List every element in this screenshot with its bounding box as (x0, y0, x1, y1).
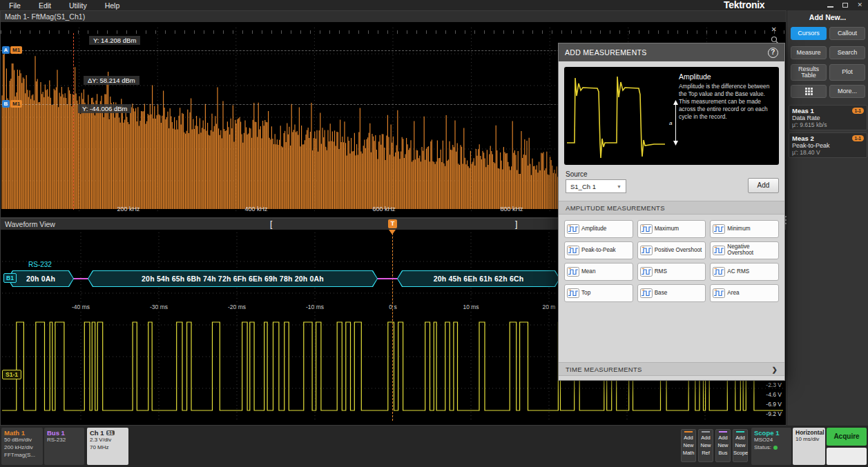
waveform-panel-title: Waveform View (5, 220, 55, 228)
measure-label: Mean (581, 269, 595, 275)
cursor-delta-y-readout: ΔY: 58.214 dBm (84, 76, 139, 85)
close-icon[interactable]: ✕ (857, 1, 862, 8)
cursor-b-letter: B (2, 100, 10, 108)
acquire-button[interactable]: Acquire (827, 428, 867, 446)
cursor-b-badge[interactable]: B M1 (2, 100, 22, 108)
scope1-model: MSO24 (754, 437, 789, 444)
source-dropdown[interactable]: S1_Ch 1 ▼ (566, 179, 626, 193)
zoom-bracket-right[interactable]: ] (515, 219, 517, 230)
cursor-a-badge[interactable]: A M1 (2, 46, 22, 54)
time-measurements-expander[interactable]: TIME MEASUREMENTS ❯ (559, 362, 784, 376)
measure-maximum-button[interactable]: Maximum (637, 220, 706, 238)
tektronix-logo: Tektronix (724, 0, 764, 10)
measure-label: Area (727, 290, 739, 297)
ch1-title: Ch 1S1 (90, 429, 126, 437)
meas2-name: Peak-to-Peak (792, 142, 864, 149)
zoom-bracket-left[interactable]: [ (270, 219, 272, 230)
measurement-icon (640, 246, 653, 255)
add-new-scope-button[interactable]: AddNewScope (733, 429, 748, 462)
preview-text-block: Amplitude Amplitude is the difference be… (668, 67, 779, 165)
measure-amplitude-button[interactable]: Amplitude (564, 220, 633, 238)
bus-idle-connector (376, 278, 398, 279)
sidebar-more-button[interactable]: More... (829, 85, 865, 98)
voltage-label: -2.3 V (750, 381, 782, 388)
cursor-y1-readout: Y: 14.208 dBm (89, 36, 140, 45)
freq-tick-400khz: 400 kHz (235, 206, 277, 212)
measure-peak-to-peak-button[interactable]: Peak-to-Peak (564, 241, 633, 259)
sidebar-cursors-button[interactable]: Cursors (791, 27, 827, 40)
bus1-handle-badge[interactable]: B1 (3, 273, 17, 283)
math1-scale: 50 dBm/div (4, 437, 40, 444)
add-new-ref-button[interactable]: AddNewRef (698, 429, 713, 462)
measurement-preview: Amplitude Amplitude is the difference be… (564, 67, 779, 165)
add-new-sidebar: Add New... Cursors Callout Measure Searc… (787, 10, 868, 426)
time-tick: -10 ms (298, 304, 332, 310)
sidebar-results-table-button[interactable]: Results Table (791, 64, 827, 81)
oscilloscope-app: File Edit Utility Help Tektronix ✕ Math … (0, 0, 868, 467)
sidebar-plot-button[interactable]: Plot (829, 64, 865, 81)
measure-ac-rms-button[interactable]: AC RMS (710, 263, 779, 281)
menu-file[interactable]: File (0, 1, 30, 10)
measurement-icon (567, 288, 579, 298)
apps-grid-icon (804, 87, 813, 96)
measure-label: Maximum (655, 226, 679, 232)
measure-label: RMS (655, 269, 667, 275)
dialog-header[interactable]: ADD MEASUREMENTS ? (559, 43, 784, 61)
measurement-icon (713, 267, 725, 277)
math1-badge[interactable]: Math 1 50 dBm/div 200 kHz/div FFTmag(S..… (1, 428, 43, 465)
ch1-badge[interactable]: Ch 1S1 2.3 V/div 70 MHz (87, 428, 128, 465)
trigger-marker[interactable]: T (388, 219, 397, 228)
meas2-result-block[interactable]: Meas 2 1-1 Peak-to-Peak µ': 18.40 V (789, 132, 867, 158)
time-tick: -30 ms (142, 304, 176, 310)
scope1-badge[interactable]: Scope 1 MSO24 Status: (751, 428, 791, 465)
sidebar-measure-button[interactable]: Measure (791, 46, 827, 59)
meas2-source-badge: 1-1 (852, 135, 864, 141)
cursor-vline[interactable] (73, 33, 74, 210)
freq-tick-800khz: 800 kHz (491, 206, 532, 212)
trigger-arrow-icon[interactable] (389, 230, 396, 235)
help-icon[interactable]: ? (768, 48, 778, 58)
measurement-icon (640, 288, 653, 298)
measure-mean-button[interactable]: Mean (564, 263, 633, 281)
cursor-y2-readout: Y: -44.006 dBm (78, 104, 131, 113)
measure-base-button[interactable]: Base (637, 284, 706, 302)
panel-close-icon[interactable]: ✕ (771, 26, 777, 33)
measure-area-button[interactable]: Area (710, 284, 779, 302)
ch1-bandwidth: 70 MHz (90, 444, 126, 452)
sidebar-apps-button[interactable] (791, 85, 827, 98)
horizontal-title: Horizontal (795, 429, 822, 436)
measure-label: Peak-to-Peak (581, 248, 616, 254)
bus-decode-label: RS-232 (28, 261, 52, 268)
measurement-icon (567, 246, 579, 255)
top-ruler-ticks (1, 30, 786, 34)
time-tick: -40 ms (64, 304, 98, 310)
menu-help[interactable]: Help (96, 1, 129, 10)
add-button[interactable]: Add (748, 178, 779, 193)
dialog-title: ADD MEASUREMENTS (565, 48, 647, 57)
measure-positive-overshoot-button[interactable]: Positive Overshoot (637, 241, 706, 259)
measure-rms-button[interactable]: RMS (637, 263, 706, 281)
horizontal-badge[interactable]: Horizontal 10 ms/div (793, 428, 825, 465)
bus1-badge[interactable]: Bus 1 RS-232 (44, 428, 84, 465)
double-arrow-icon (673, 100, 679, 146)
menu-edit[interactable]: Edit (30, 1, 60, 10)
preview-measurement-name: Amplitude (679, 72, 773, 81)
annotation-letter: a (669, 120, 672, 126)
freq-tick-600khz: 600 kHz (363, 206, 405, 212)
maximize-icon[interactable] (842, 3, 848, 8)
meas1-result-block[interactable]: Meas 1 1-1 Data Rate µ': 9.615 kb/s (789, 105, 867, 130)
bus-packet-data: 20h 54h 65h 6Bh 74h 72h 6Fh 6Eh 69h 78h … (88, 270, 378, 287)
measure-minimum-button[interactable]: Minimum (710, 220, 779, 238)
menu-utility[interactable]: Utility (60, 1, 96, 10)
minimize-icon[interactable] (827, 6, 833, 8)
sidebar-callout-button[interactable]: Callout (829, 27, 865, 40)
time-tick: 0 s (376, 304, 410, 310)
add-new-math-button[interactable]: AddNewMath (681, 429, 696, 462)
add-new-bus-button[interactable]: AddNewBus (715, 429, 731, 462)
bus-packet: 20h 45h 6Eh 61h 62h 6Ch (397, 270, 560, 287)
measure-negative-overshoot-button[interactable]: Negative Overshoot (710, 241, 779, 259)
measure-top-button[interactable]: Top (564, 284, 633, 302)
digital-source-badge[interactable]: S1-1 (2, 370, 21, 379)
sidebar-search-button[interactable]: Search (829, 46, 865, 59)
amplitude-annotation: a (669, 100, 679, 146)
